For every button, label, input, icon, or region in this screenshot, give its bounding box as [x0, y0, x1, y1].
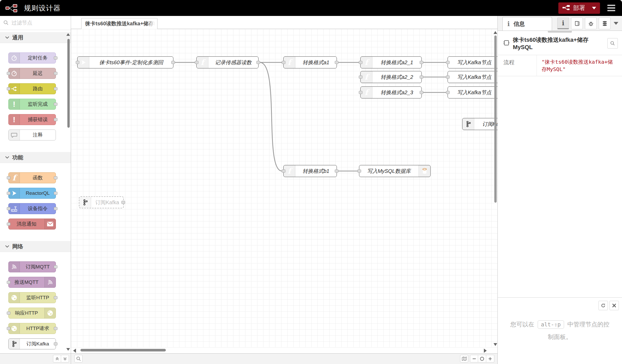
output-port[interactable] — [54, 265, 57, 268]
palette-search-input[interactable] — [0, 16, 71, 30]
input-port[interactable] — [446, 91, 450, 94]
collapse-all-button[interactable] — [53, 355, 61, 362]
input-port[interactable] — [357, 169, 361, 173]
output-port[interactable] — [54, 72, 57, 75]
input-port[interactable] — [7, 222, 10, 226]
flow-node-fmt-a2-3[interactable]: f 转换格式a2_3 — [360, 86, 422, 98]
input-port[interactable] — [7, 312, 10, 315]
palette-scroll-down-icon[interactable] — [66, 348, 70, 351]
flow-node-kafka-sub[interactable]: 订阅Kafka — [462, 118, 497, 130]
flow-canvas[interactable]: 徕卡ts60事件-定制化多测回 f 记录传感器读数 f 转换格式a1 f 转换格… — [71, 29, 497, 353]
canvas-vertical-scrollbar[interactable] — [494, 36, 497, 203]
output-port[interactable] — [256, 61, 260, 64]
expand-all-button[interactable] — [61, 355, 69, 362]
input-port[interactable] — [282, 169, 285, 173]
flow-node-kafka-write-3[interactable]: 写入Kafka节点 — [448, 86, 497, 98]
flow-node-fmt-a1[interactable]: f 转换格式a1 — [283, 56, 337, 68]
input-port[interactable] — [446, 61, 450, 64]
input-port[interactable] — [7, 281, 10, 284]
output-port[interactable] — [54, 103, 57, 106]
flow-node-kafka-sub-disabled[interactable]: 订阅Kafka — [79, 196, 124, 208]
sidebar-tab-debug-button[interactable] — [585, 17, 597, 29]
flow-node-fmt-a2-2[interactable]: f 转换格式a2_2 — [360, 71, 422, 83]
input-port[interactable] — [446, 75, 450, 79]
input-port[interactable] — [7, 176, 10, 179]
output-port[interactable] — [54, 327, 57, 330]
palette-node-delay[interactable]: 延迟 — [8, 68, 56, 79]
canvas-scroll-down-icon[interactable] — [494, 343, 497, 346]
output-port[interactable] — [420, 91, 423, 94]
output-port[interactable] — [54, 118, 57, 121]
zoom-in-button[interactable] — [486, 355, 494, 362]
output-port[interactable] — [54, 176, 57, 179]
output-port[interactable] — [54, 192, 57, 195]
output-port[interactable] — [54, 207, 57, 210]
flow-node-event[interactable]: 徕卡ts60事件-定制化多测回 — [77, 56, 173, 68]
flow-node-kafka-write-2[interactable]: 写入Kafka节点 — [448, 71, 497, 83]
flow-node-kafka-write-1[interactable]: 写入Kafka节点 — [448, 56, 497, 68]
flow-node-fmt-a2-1[interactable]: f 转换格式a2_1 — [360, 56, 422, 68]
output-port[interactable] — [420, 75, 423, 79]
palette-node-function[interactable]: f 函数 — [8, 172, 56, 183]
input-port[interactable] — [7, 72, 10, 75]
palette-node-catch[interactable]: ! 捕获错误 — [8, 114, 56, 125]
palette-section-function[interactable]: 功能 — [0, 152, 71, 163]
flow-node-record[interactable]: f 记录传感器读数 — [196, 56, 259, 68]
output-port[interactable] — [54, 342, 57, 345]
output-port[interactable] — [121, 201, 125, 204]
tab-info[interactable]: i 信息 — [502, 17, 552, 31]
palette-node-http-response[interactable]: 响应HTTP — [8, 308, 56, 319]
palette-node-http-request[interactable]: HTTP请求 — [8, 323, 56, 334]
input-port[interactable] — [7, 327, 10, 330]
output-port[interactable] — [54, 87, 57, 90]
palette-section-network[interactable]: 网络 — [0, 241, 71, 252]
minimap-toggle-button[interactable] — [460, 355, 468, 362]
zoom-reset-button[interactable] — [478, 355, 486, 362]
output-port[interactable] — [420, 61, 423, 64]
input-port[interactable] — [282, 61, 285, 64]
input-port[interactable] — [7, 87, 10, 90]
palette-section-common[interactable]: 通用 — [0, 32, 71, 43]
palette-node-notify[interactable]: 消息通知 — [8, 219, 56, 230]
palette-scrollbar[interactable] — [67, 39, 70, 128]
output-port[interactable] — [54, 296, 57, 299]
canvas-scroll-right-icon[interactable] — [484, 349, 487, 353]
canvas-search-button[interactable] — [74, 355, 83, 362]
zoom-out-button[interactable] — [470, 355, 478, 362]
palette-node-comment[interactable]: 注释 — [8, 130, 56, 140]
input-port[interactable] — [7, 207, 10, 210]
input-port[interactable] — [7, 192, 10, 195]
tip-refresh-button[interactable] — [598, 301, 608, 310]
output-port[interactable] — [54, 56, 57, 60]
palette-node-device-command[interactable]: 设备指令 — [8, 203, 56, 214]
flow-node-mysql-write[interactable]: 写入MySQL数据库 — [359, 165, 431, 177]
output-port[interactable] — [335, 169, 338, 173]
deploy-caret-down-icon[interactable] — [592, 7, 596, 9]
sidebar-tab-info-button[interactable]: i — [557, 17, 569, 29]
palette-node-complete[interactable]: ! 监听完成 — [8, 99, 56, 110]
palette-node-mqtt-sub[interactable]: 订阅MQTT — [8, 261, 56, 272]
input-port[interactable] — [195, 61, 198, 64]
input-port[interactable] — [76, 61, 79, 64]
flow-node-fmt-b1[interactable]: f 转换格式b1 — [283, 165, 337, 177]
output-port[interactable] — [171, 61, 175, 64]
info-search-button[interactable] — [607, 38, 618, 49]
input-port[interactable] — [359, 61, 362, 64]
output-port[interactable] — [335, 61, 338, 64]
input-port[interactable] — [359, 75, 362, 79]
palette-node-kafka-sub[interactable]: 订阅Kafka — [8, 338, 56, 349]
palette-node-timer[interactable]: 定时任务 — [8, 52, 56, 63]
tip-close-button[interactable] — [609, 301, 619, 310]
input-port[interactable] — [359, 91, 362, 94]
sidebar-tab-help-button[interactable] — [571, 17, 583, 29]
main-menu-hamburger-icon[interactable] — [607, 5, 615, 11]
deploy-button[interactable]: 部署 — [558, 2, 600, 14]
palette-node-reactorql[interactable]: ReactorQL — [8, 188, 56, 199]
palette-node-http-in[interactable]: 监听HTTP — [8, 292, 56, 303]
canvas-scroll-up-icon[interactable] — [494, 31, 497, 34]
sidebar-more-caret-down-icon[interactable] — [614, 22, 618, 25]
canvas-scroll-left-icon[interactable] — [73, 349, 76, 353]
wire[interactable] — [260, 62, 282, 171]
sidebar-tab-config-button[interactable] — [599, 17, 611, 29]
tab-flow[interactable]: 徕卡ts60读数推送kafka+储存MySQL — [81, 18, 157, 29]
